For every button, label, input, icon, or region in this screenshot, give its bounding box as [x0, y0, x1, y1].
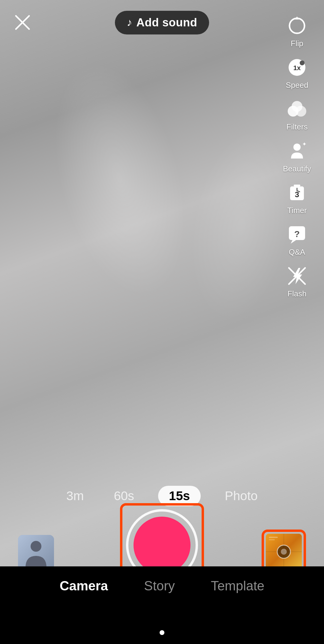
- qa-icon: ?: [286, 223, 308, 246]
- filters-icon: [286, 98, 308, 120]
- svg-point-29: [281, 549, 287, 555]
- beautify-label: Beautify: [283, 164, 311, 174]
- svg-point-10: [293, 144, 301, 151]
- upload-thumbnail: [266, 534, 302, 570]
- top-bar: ♪ Add sound: [0, 0, 324, 36]
- timer-photo-button[interactable]: Photo: [219, 486, 264, 506]
- effects-thumbnail: [18, 535, 54, 571]
- flip-button[interactable]: Flip: [286, 12, 308, 51]
- qa-button[interactable]: ? Q&A: [286, 221, 308, 259]
- filters-button[interactable]: Filters: [286, 95, 308, 134]
- nav-story[interactable]: Story: [138, 575, 181, 596]
- bottom-nav: Camera Story Template: [0, 566, 324, 644]
- right-toolbar: Flip 1x Speed Filters: [276, 12, 318, 301]
- close-button[interactable]: [12, 12, 33, 33]
- timer-icon: 3: [286, 181, 308, 204]
- flip-icon: [286, 14, 308, 37]
- timer-3m-button[interactable]: 3m: [60, 486, 90, 506]
- add-sound-label: Add sound: [136, 16, 197, 29]
- effects-thumbnail-image: [18, 535, 54, 571]
- speed-label: Speed: [286, 81, 308, 90]
- filters-label: Filters: [286, 122, 308, 132]
- flash-label: Flash: [287, 289, 307, 298]
- add-sound-button[interactable]: ♪ Add sound: [115, 11, 209, 34]
- timer-label: Timer: [287, 206, 307, 215]
- svg-rect-14: [294, 185, 300, 186]
- upload-thumbnail-image: [266, 534, 302, 570]
- svg-point-9: [292, 101, 302, 112]
- svg-point-24: [31, 541, 41, 552]
- qa-label: Q&A: [289, 248, 305, 257]
- svg-rect-31: [269, 539, 275, 540]
- beautify-icon: ✦: [286, 140, 308, 162]
- nav-camera[interactable]: Camera: [54, 575, 114, 596]
- flip-label: Flip: [291, 39, 303, 48]
- beautify-button[interactable]: ✦ Beautify: [283, 137, 311, 176]
- svg-text:1x: 1x: [293, 64, 301, 72]
- flash-button[interactable]: Flash: [286, 262, 308, 301]
- nav-indicator-dot: [160, 630, 164, 635]
- nav-items: Camera Story Template: [54, 575, 271, 596]
- camera-viewfinder: [0, 0, 324, 566]
- timer-button[interactable]: 3 Timer: [286, 179, 308, 218]
- music-icon: ♪: [127, 16, 132, 29]
- speed-icon: 1x: [286, 56, 308, 79]
- flash-icon: [286, 265, 308, 287]
- svg-text:✦: ✦: [302, 141, 307, 147]
- svg-marker-19: [291, 240, 296, 244]
- nav-template[interactable]: Template: [205, 575, 271, 596]
- svg-text:?: ?: [294, 229, 300, 239]
- close-icon: [15, 15, 30, 30]
- svg-rect-30: [269, 537, 278, 538]
- speed-button[interactable]: 1x Speed: [286, 54, 308, 92]
